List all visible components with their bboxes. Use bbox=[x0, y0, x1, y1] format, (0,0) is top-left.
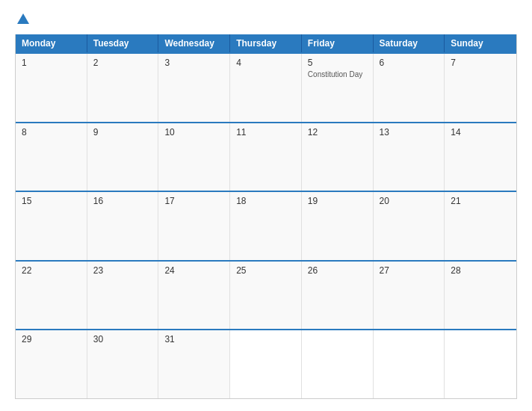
day-number: 27 bbox=[380, 265, 439, 276]
table-row: 4 bbox=[230, 54, 302, 122]
day-number: 7 bbox=[451, 58, 510, 68]
table-row bbox=[374, 330, 445, 398]
day-number: 19 bbox=[308, 196, 367, 206]
day-number: 8 bbox=[22, 127, 81, 137]
day-number: 22 bbox=[22, 265, 81, 276]
table-row: 11 bbox=[230, 123, 302, 191]
day-number: 30 bbox=[93, 334, 152, 344]
day-number: 24 bbox=[164, 265, 223, 276]
table-row bbox=[302, 330, 374, 398]
table-row: 10 bbox=[158, 123, 230, 191]
table-row: 5Constitution Day bbox=[302, 54, 374, 122]
table-row: 30 bbox=[87, 330, 159, 398]
svg-marker-0 bbox=[17, 13, 29, 24]
day-number: 28 bbox=[451, 265, 510, 276]
table-row: 17 bbox=[158, 192, 230, 260]
logo bbox=[15, 12, 30, 28]
table-row: 8 bbox=[16, 123, 87, 191]
day-number: 12 bbox=[308, 127, 367, 137]
table-row: 23 bbox=[87, 262, 159, 330]
day-number: 18 bbox=[236, 196, 295, 206]
day-number: 5 bbox=[308, 58, 367, 68]
table-row: 20 bbox=[374, 192, 445, 260]
col-monday: Monday bbox=[16, 34, 87, 52]
logo-content bbox=[15, 12, 30, 28]
table-row: 28 bbox=[445, 262, 516, 330]
day-number: 1 bbox=[22, 58, 81, 68]
table-row: 24 bbox=[158, 262, 230, 330]
table-row: 12 bbox=[302, 123, 374, 191]
day-number: 4 bbox=[236, 58, 295, 68]
table-row bbox=[230, 330, 302, 398]
table-row: 3 bbox=[158, 54, 230, 122]
day-number: 25 bbox=[236, 265, 295, 276]
day-number: 15 bbox=[22, 196, 81, 206]
day-number: 14 bbox=[451, 127, 510, 137]
table-row: 25 bbox=[230, 262, 302, 330]
calendar-page: Monday Tuesday Wednesday Thursday Friday… bbox=[0, 0, 532, 411]
day-number: 10 bbox=[164, 127, 223, 137]
col-saturday: Saturday bbox=[374, 34, 445, 52]
table-row: 14 bbox=[445, 123, 516, 191]
table-row: 1 bbox=[16, 54, 87, 122]
table-row: 19 bbox=[302, 192, 374, 260]
col-thursday: Thursday bbox=[230, 34, 302, 52]
table-row: 7 bbox=[445, 54, 516, 122]
table-row bbox=[445, 330, 516, 398]
calendar-header: Monday Tuesday Wednesday Thursday Friday… bbox=[16, 34, 516, 52]
calendar-week-4: 22232425262728 bbox=[16, 260, 516, 330]
calendar-body: 12345Constitution Day6789101112131415161… bbox=[16, 52, 516, 398]
col-tuesday: Tuesday bbox=[87, 34, 159, 52]
day-number: 21 bbox=[451, 196, 510, 206]
day-event: Constitution Day bbox=[308, 69, 367, 79]
table-row: 2 bbox=[87, 54, 159, 122]
table-row: 22 bbox=[16, 262, 87, 330]
day-number: 20 bbox=[380, 196, 439, 206]
table-row: 26 bbox=[302, 262, 374, 330]
calendar: Monday Tuesday Wednesday Thursday Friday… bbox=[15, 34, 517, 399]
table-row: 18 bbox=[230, 192, 302, 260]
table-row: 6 bbox=[374, 54, 445, 122]
day-number: 31 bbox=[164, 334, 223, 344]
col-sunday: Sunday bbox=[445, 34, 516, 52]
page-header bbox=[15, 12, 517, 28]
day-number: 9 bbox=[93, 127, 152, 137]
table-row: 15 bbox=[16, 192, 87, 260]
table-row: 29 bbox=[16, 330, 87, 398]
logo-triangle-icon bbox=[16, 12, 30, 25]
table-row: 31 bbox=[158, 330, 230, 398]
table-row: 16 bbox=[87, 192, 159, 260]
day-number: 6 bbox=[380, 58, 439, 68]
table-row: 13 bbox=[374, 123, 445, 191]
day-number: 17 bbox=[164, 196, 223, 206]
calendar-week-5: 293031 bbox=[16, 329, 516, 398]
day-number: 3 bbox=[164, 58, 223, 68]
col-friday: Friday bbox=[302, 34, 374, 52]
table-row: 21 bbox=[445, 192, 516, 260]
day-number: 29 bbox=[22, 334, 81, 344]
table-row: 9 bbox=[87, 123, 159, 191]
col-wednesday: Wednesday bbox=[158, 34, 230, 52]
day-number: 16 bbox=[93, 196, 152, 206]
day-number: 2 bbox=[93, 58, 152, 68]
calendar-week-1: 12345Constitution Day67 bbox=[16, 52, 516, 122]
day-number: 23 bbox=[93, 265, 152, 276]
table-row: 27 bbox=[374, 262, 445, 330]
day-number: 11 bbox=[236, 127, 295, 137]
calendar-week-3: 15161718192021 bbox=[16, 191, 516, 260]
calendar-week-2: 891011121314 bbox=[16, 122, 516, 191]
day-number: 26 bbox=[308, 265, 367, 276]
day-number: 13 bbox=[380, 127, 439, 137]
